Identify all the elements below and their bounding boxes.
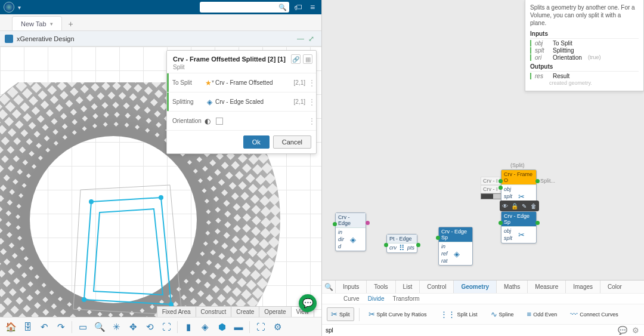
frame-icon[interactable]: ▭ xyxy=(76,320,90,334)
view-cube-icon[interactable]: ⬢ xyxy=(215,320,229,334)
zoom-icon[interactable]: 🔍 xyxy=(92,320,107,334)
slider-widget[interactable] xyxy=(481,193,502,199)
svg-marker-305 xyxy=(235,171,243,180)
cat-color[interactable]: Color xyxy=(600,280,629,293)
port-dot[interactable] xyxy=(366,221,370,225)
port-dot[interactable] xyxy=(499,221,503,225)
tool-connect[interactable]: 〰Connect Curves xyxy=(566,307,623,321)
vtab-construct[interactable]: Construct xyxy=(196,306,232,317)
menu-icon[interactable]: ≡ xyxy=(307,2,318,13)
compress-icon[interactable]: ⤢ xyxy=(306,33,317,44)
graph-canvas[interactable]: (Split) Crv - I Crv - I Crv - Frame O ob… xyxy=(322,0,644,288)
cat-list[interactable]: List xyxy=(395,280,420,293)
svg-marker-308 xyxy=(242,202,250,211)
chat-icon[interactable]: 💬 xyxy=(615,326,630,335)
tool-split-ratios[interactable]: ✂Split Curve by Ratios xyxy=(364,307,431,321)
node-edge-sp[interactable]: Crv - Edge Sp in ref rat ◈ xyxy=(438,227,473,266)
move-icon[interactable]: ✥ xyxy=(126,320,140,334)
link-icon[interactable]: 🔗 xyxy=(291,54,301,64)
node-crv-edge[interactable]: Crv - Edge in dir d ◈ xyxy=(335,212,366,251)
search-icon[interactable]: 🔍 xyxy=(278,4,287,11)
vtab-operate[interactable]: Operate xyxy=(259,306,291,317)
svg-marker-174 xyxy=(197,290,204,297)
subcat-transform[interactable]: Transform xyxy=(392,295,419,302)
svg-marker-206 xyxy=(7,146,15,154)
port-dot[interactable] xyxy=(416,243,420,247)
cat-tools[interactable]: Tools xyxy=(366,280,395,293)
port-dot[interactable] xyxy=(499,186,503,190)
tool-odd-even[interactable]: ≡Odd Even xyxy=(523,307,562,321)
tool-split[interactable]: ✂Split xyxy=(327,307,354,321)
prop-row-orientation[interactable]: Orientation ◐ ⋮ xyxy=(167,112,316,131)
subcat-divide[interactable]: Divide xyxy=(368,295,385,302)
cancel-button[interactable]: Cancel xyxy=(273,135,311,149)
prop-row-splitting[interactable]: Splitting ◈ Crv - Edge Scaled [2,1] ⋮ xyxy=(167,93,316,112)
cat-geometry[interactable]: Geometry xyxy=(453,280,496,293)
eye-icon[interactable]: 👁 xyxy=(501,202,509,210)
port-dot[interactable] xyxy=(499,179,503,183)
tab-chevron-icon[interactable]: ▾ xyxy=(50,21,53,27)
compass-chevron-icon[interactable]: ▾ xyxy=(18,4,21,11)
svg-marker-307 xyxy=(240,192,249,200)
tool-spline[interactable]: ∿Spline xyxy=(487,307,518,321)
view-iso-icon[interactable]: ◈ xyxy=(198,320,212,334)
svg-marker-560 xyxy=(265,172,276,184)
port-dot[interactable] xyxy=(535,179,540,183)
subcat-curve[interactable]: Curve xyxy=(343,295,360,302)
database-icon[interactable]: 🗄 xyxy=(20,320,35,334)
crumb-1[interactable]: Crv - I xyxy=(481,177,500,185)
3d-viewport[interactable]: Crv - Frame Offsetted Splitted [2] [1] S… xyxy=(0,47,321,336)
vtab-create[interactable]: Create xyxy=(231,306,259,317)
svg-marker-147 xyxy=(80,106,87,112)
cat-inputs[interactable]: Inputs xyxy=(335,280,366,293)
tool-split-list[interactable]: ⋮⋮Split List xyxy=(436,307,482,321)
search-input[interactable] xyxy=(202,4,278,11)
cat-images[interactable]: Images xyxy=(565,280,600,293)
fit-icon[interactable]: ⛶ xyxy=(159,320,174,334)
cat-measure[interactable]: Measure xyxy=(527,280,565,293)
prop-row-tosplit[interactable]: To Split ★▾ Crv - Frame Offsetted [2,1] … xyxy=(167,73,316,93)
port-dot[interactable] xyxy=(384,243,388,247)
search-icon[interactable]: 🔍 xyxy=(322,283,335,291)
ok-button[interactable]: Ok xyxy=(243,135,270,149)
rotate-icon[interactable]: ⟲ xyxy=(143,320,157,334)
tab-newtab[interactable]: New Tab ▾ xyxy=(12,16,62,30)
trash-icon[interactable]: 🗑 xyxy=(530,202,538,210)
svg-marker-317 xyxy=(217,294,225,303)
node-edge-sp2[interactable]: Crv - Edge Sp obj splt ✂ xyxy=(501,211,537,243)
filter-input[interactable] xyxy=(324,326,615,335)
redo-icon[interactable]: ↷ xyxy=(54,320,68,334)
cat-maths[interactable]: Maths xyxy=(496,280,527,293)
port-dot[interactable] xyxy=(333,222,337,226)
node-pt-edge[interactable]: Pt - Edge crv ⠿ pts xyxy=(386,234,417,253)
svg-marker-131 xyxy=(0,238,4,245)
search-box[interactable]: 🔍 xyxy=(200,2,289,13)
add-tab-button[interactable]: + xyxy=(66,19,76,29)
svg-marker-23 xyxy=(38,156,43,161)
edit-icon[interactable]: ✎ xyxy=(520,202,528,210)
row-menu-icon[interactable]: ⋮ xyxy=(308,79,316,87)
vtab-fixed[interactable]: Fixed Area xyxy=(157,306,196,317)
orientation-checkbox[interactable] xyxy=(216,118,223,125)
row-menu-icon[interactable]: ⋮ xyxy=(308,98,316,106)
row-menu-icon[interactable]: ⋮ xyxy=(308,117,316,125)
half-circle-icon: ◐ xyxy=(202,117,213,125)
cat-control[interactable]: Control xyxy=(419,280,453,293)
gear-icon[interactable]: ⚙ xyxy=(630,326,642,335)
lock-icon[interactable]: 🔒 xyxy=(510,202,519,210)
fullscreen-icon[interactable]: ⛶ xyxy=(253,320,268,334)
port-dot[interactable] xyxy=(535,221,540,225)
tag-icon[interactable]: 🏷 xyxy=(293,2,304,13)
port-dot[interactable] xyxy=(436,236,440,240)
compass-icon[interactable] xyxy=(4,2,14,13)
minimize-icon[interactable]: — xyxy=(295,33,306,44)
settings-icon[interactable]: ⚙ xyxy=(270,320,284,334)
chat-button[interactable]: 💬 xyxy=(299,294,317,312)
snowflake-icon[interactable]: ✳ xyxy=(109,320,123,334)
crumb-2[interactable]: Crv - I xyxy=(481,185,500,193)
undo-icon[interactable]: ↶ xyxy=(37,320,51,334)
home-icon[interactable]: 🏠 xyxy=(4,320,18,334)
view-front-icon[interactable]: ▮ xyxy=(181,320,196,334)
view-side-icon[interactable]: ▬ xyxy=(231,320,246,334)
grid-icon[interactable]: ▦ xyxy=(303,54,312,64)
